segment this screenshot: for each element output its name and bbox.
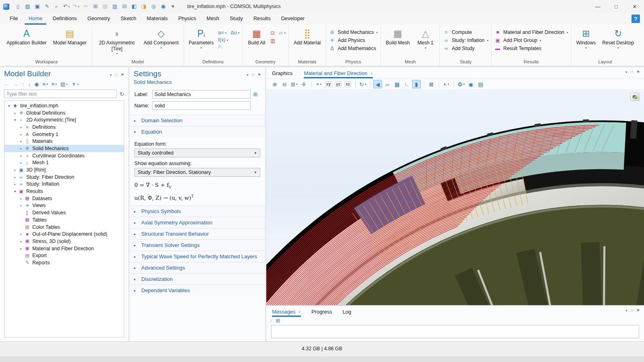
geometry-parts-icon[interactable]: ▥ xyxy=(270,38,285,44)
graphics-viewport[interactable] xyxy=(266,90,644,305)
nonlocal-couplings-icon[interactable]: Δu▾ xyxy=(230,30,239,36)
expand-icon[interactable]: ▸ xyxy=(134,232,138,236)
clear-messages-icon[interactable]: ∕ xyxy=(271,318,272,324)
parameters-button[interactable]: PᵢParameters▾ xyxy=(187,27,216,50)
tree-item[interactable]: ✎Reports xyxy=(4,259,124,266)
panel-menu-icon[interactable]: ▾ xyxy=(247,73,249,77)
zoom-in-icon[interactable]: ⊕ xyxy=(270,80,279,88)
menu-study[interactable]: Study xyxy=(226,13,247,25)
compute-button[interactable]: =Compute xyxy=(443,29,488,35)
menu-file[interactable]: File xyxy=(6,13,22,25)
add-component-button[interactable]: ◇Add Component▾ xyxy=(142,27,181,50)
default-view-icon[interactable]: ⌖▾ xyxy=(314,80,323,88)
graphics-context-icon[interactable] xyxy=(631,93,639,100)
tree-item[interactable]: ∑Derived Values xyxy=(4,209,124,216)
section-advanced-settings[interactable]: ▸Advanced Settings xyxy=(130,262,265,273)
menu-definitions[interactable]: Definitions xyxy=(49,13,81,25)
add-mathematics-button[interactable]: ΔAdd Mathematics xyxy=(329,46,378,51)
expand-icon[interactable]: ▸ xyxy=(134,255,138,259)
menu-mesh[interactable]: Mesh xyxy=(203,13,223,25)
color-legend-icon[interactable]: ▮ xyxy=(412,80,421,88)
collapse-icon[interactable]: ▾ xyxy=(6,104,12,108)
expand-icon[interactable]: ▸ xyxy=(18,161,24,165)
plot-group-button[interactable]: ■Material and Fiber Direction▾ xyxy=(494,29,568,35)
tree-item[interactable]: ▸⣿Materials xyxy=(4,138,124,145)
menu-developer[interactable]: Developer xyxy=(277,13,309,25)
windows-button[interactable]: ⊞Windows▾ xyxy=(574,27,598,50)
expand-icon[interactable]: ▸ xyxy=(18,154,24,158)
add-study-button[interactable]: ∞Add Study xyxy=(443,46,488,51)
redo-icon[interactable]: ↷ ▾ xyxy=(71,2,81,11)
solid-mechanics-button[interactable]: ⊜Solid Mechanics▾ xyxy=(329,29,378,35)
zoom-out-icon[interactable]: ⊖ xyxy=(280,80,289,88)
update-geometry-icon[interactable]: ⇄▾ xyxy=(279,30,286,36)
expand-icon[interactable]: ▸ xyxy=(18,139,24,143)
variables-icon[interactable]: a=▾ xyxy=(218,30,227,36)
tab-progress[interactable]: Progress xyxy=(312,306,332,317)
show-icon[interactable]: ◉ xyxy=(34,81,39,87)
view-xz-icon[interactable]: xz xyxy=(343,80,352,88)
move-up-icon[interactable]: ↑ xyxy=(22,81,25,87)
qat-overflow-icon[interactable]: ▾ xyxy=(168,2,178,11)
environment-reflections-icon[interactable]: ❂▾ xyxy=(457,80,466,88)
add-plot-group-button[interactable]: ▣Add Plot Group▾ xyxy=(494,38,568,43)
expand-icon[interactable]: ▸ xyxy=(134,119,138,123)
tire-3d-render[interactable] xyxy=(266,90,644,305)
menu-physics[interactable]: Physics xyxy=(174,13,200,25)
equation-form-select[interactable]: Study controlled ▼ xyxy=(134,149,260,157)
section-structural-transient-behavior[interactable]: ▸Structural Transient Behavior xyxy=(130,228,265,239)
run-icon[interactable]: ▸ xyxy=(52,2,61,11)
zoom-extents-icon[interactable]: ✛ xyxy=(299,80,308,88)
functions-icon[interactable]: f(x)▾ xyxy=(218,37,240,43)
pin-panel-icon[interactable]: ⚑ xyxy=(636,308,640,313)
rotate-view-icon[interactable]: ↻▾ xyxy=(358,80,367,88)
snapshot-icon[interactable]: ◉ xyxy=(466,80,475,88)
cut-icon[interactable]: ✂ xyxy=(81,2,90,11)
tree-item[interactable]: ▸≡Definitions xyxy=(4,123,124,131)
grid-icon[interactable]: ▦ xyxy=(393,80,401,88)
section-typical-wave-speed-for-perfectly-matched-layers[interactable]: ▸Typical Wave Speed for Perfectly Matche… xyxy=(130,251,265,262)
lock-axes-icon[interactable]: ⊠ xyxy=(427,80,436,88)
undo-icon[interactable]: ↶ ▾ xyxy=(62,2,71,11)
axes-icon[interactable]: ∟ xyxy=(402,80,411,88)
expand-icon[interactable]: ▸ xyxy=(12,168,18,172)
equation-assume-select[interactable]: Study: Fiber Direction, Stationary ▼ xyxy=(134,168,260,177)
node-display-icon[interactable]: ▤▾ xyxy=(61,81,68,87)
pin-panel-icon[interactable]: ⚑ xyxy=(121,73,124,77)
tree-item[interactable]: ▸▦Datasets xyxy=(4,195,124,202)
open-in-table-icon[interactable]: ⊞ xyxy=(276,318,280,324)
collapse-all-icon[interactable]: ≡▾ xyxy=(42,81,48,87)
minimize-button[interactable]: — xyxy=(588,0,607,13)
model-manager-button[interactable]: ▤Model Manager xyxy=(51,27,88,47)
messages-output[interactable] xyxy=(271,325,639,338)
expand-icon[interactable]: ▸ xyxy=(18,132,24,136)
reset-desktop-button[interactable]: ↻Reset Desktop▾ xyxy=(600,27,636,50)
expand-icon[interactable]: ▸ xyxy=(134,277,138,281)
duplicate-icon[interactable]: ▥ xyxy=(110,2,119,11)
collapse-icon[interactable]: ▾ xyxy=(134,130,138,134)
color-palette-icon[interactable]: ◐▾ xyxy=(442,80,451,88)
tree-item[interactable]: ▦Tables xyxy=(4,216,124,224)
expand-icon[interactable]: ▸ xyxy=(12,111,18,115)
tree-item[interactable]: ▸▣Material and Fiber Direction xyxy=(4,245,124,252)
study-inflation-button[interactable]: ∞Study: Inflation▾ xyxy=(443,38,488,43)
section-domain-selection[interactable]: ▸Domain Selection xyxy=(130,115,265,126)
collapse-icon[interactable]: ▾ xyxy=(12,118,18,122)
tree-item[interactable]: ▸∞Study: Fiber Direction xyxy=(4,174,124,181)
application-builder-button[interactable]: AApplication Builder xyxy=(4,27,48,47)
view-yz-icon[interactable]: yz xyxy=(334,80,343,88)
pin-panel-icon[interactable]: ⚑ xyxy=(257,73,261,77)
tab-graphics[interactable]: Graphics xyxy=(272,67,293,78)
tab-log[interactable]: Log xyxy=(343,306,351,317)
tree-item[interactable]: ▸■Out-of-Plane Displacement (solid) xyxy=(4,230,124,238)
expand-icon[interactable]: ▸ xyxy=(18,232,24,236)
delete-icon[interactable]: ⊟ xyxy=(120,2,129,11)
menu-materials[interactable]: Materials xyxy=(143,13,172,25)
find-icon[interactable]: ◎ xyxy=(149,2,158,11)
menu-home[interactable]: Home xyxy=(25,13,46,25)
save-as-icon[interactable]: ✎ xyxy=(42,2,52,11)
expand-icon[interactable]: ▸ xyxy=(18,203,24,207)
preview-icon[interactable]: ◉ xyxy=(159,2,168,11)
expand-all-icon[interactable]: ≡▾ xyxy=(51,81,56,87)
save-icon[interactable]: ▣ xyxy=(33,2,42,11)
